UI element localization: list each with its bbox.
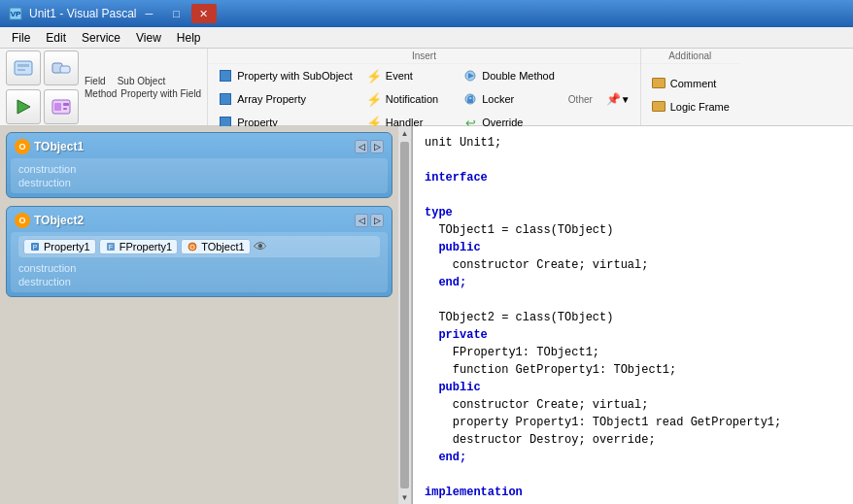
tobject1-block: O TObject1 ◁ ▷ construction destruction bbox=[6, 132, 392, 198]
close-button[interactable]: ✕ bbox=[191, 4, 217, 23]
svg-text:VP: VP bbox=[11, 10, 21, 18]
menu-bar: File Edit Service View Help bbox=[0, 27, 853, 49]
additional-section: Additional Comment Logic Frame bbox=[641, 49, 739, 125]
main-content: O TObject1 ◁ ▷ construction destruction … bbox=[0, 126, 853, 504]
tobject1-ref-chip[interactable]: O TObject1 bbox=[181, 239, 250, 254]
fproperty1-icon: F bbox=[105, 241, 117, 252]
tobject1-icon: O bbox=[15, 139, 30, 154]
property-subobject-icon bbox=[218, 68, 233, 84]
menu-view[interactable]: View bbox=[128, 29, 169, 47]
subobject-label: Sub Object bbox=[118, 76, 165, 86]
menu-service[interactable]: Service bbox=[74, 29, 128, 47]
additional-buttons: Comment Logic Frame bbox=[641, 64, 739, 125]
property-row: P Property1 F FProperty1 O bbox=[18, 236, 380, 257]
menu-edit[interactable]: Edit bbox=[38, 29, 74, 47]
field-button[interactable] bbox=[6, 50, 41, 85]
insert-buttons: Property with SubObject Array Property P… bbox=[208, 64, 640, 134]
code-area[interactable]: unit Unit1; interface type TObject1 = cl… bbox=[413, 126, 853, 504]
title-text: Unit1 - Visual Pascal bbox=[29, 7, 137, 20]
svg-rect-6 bbox=[60, 66, 70, 73]
property-with-field-button[interactable] bbox=[44, 89, 79, 124]
code-line-4 bbox=[425, 186, 841, 204]
code-line-20 bbox=[425, 466, 841, 484]
locker-icon bbox=[462, 91, 478, 107]
code-line-8: constructor Create; virtual; bbox=[425, 256, 841, 274]
notification-label: Notification bbox=[386, 93, 438, 105]
scroll-up[interactable]: ▲ bbox=[398, 126, 411, 140]
scroll-thumb[interactable] bbox=[400, 142, 409, 488]
code-line-18: destructor Destroy; override; bbox=[425, 431, 841, 449]
svg-rect-9 bbox=[54, 103, 61, 111]
method-button[interactable] bbox=[6, 89, 41, 124]
code-line-3: interface bbox=[425, 169, 841, 186]
property-subobject-btn[interactable]: Property with SubObject bbox=[214, 66, 357, 85]
insert-col-2: ⚡ Event ⚡ Notification ⚡ Handler bbox=[362, 66, 442, 132]
tobject2-btn1[interactable]: ◁ bbox=[355, 214, 368, 227]
tobject2-btn2[interactable]: ▷ bbox=[370, 214, 384, 227]
logic-frame-icon bbox=[651, 99, 666, 115]
notification-btn[interactable]: ⚡ Notification bbox=[362, 89, 442, 109]
tobject2-construction: construction bbox=[18, 261, 380, 275]
svg-rect-10 bbox=[63, 103, 69, 106]
tobject1-btn2[interactable]: ▷ bbox=[370, 140, 384, 153]
menu-file[interactable]: File bbox=[4, 29, 38, 47]
insert-label: Insert bbox=[208, 49, 640, 64]
tobject1-btn1[interactable]: ◁ bbox=[355, 140, 368, 153]
eye-icon[interactable]: 👁 bbox=[254, 239, 267, 254]
code-line-15: public bbox=[425, 379, 841, 396]
window-controls: ─ □ ✕ bbox=[137, 4, 217, 23]
code-line-5: type bbox=[425, 204, 841, 221]
tobject2-name: TObject2 bbox=[34, 214, 84, 227]
field-label: Field bbox=[85, 76, 106, 86]
svg-text:F: F bbox=[109, 244, 113, 251]
svg-rect-4 bbox=[17, 69, 25, 71]
property-subobject-label: Property with SubObject bbox=[237, 70, 353, 82]
property1-chip[interactable]: P Property1 bbox=[23, 239, 96, 254]
event-icon: ⚡ bbox=[366, 68, 382, 84]
title-bar: VP Unit1 - Visual Pascal ─ □ ✕ bbox=[0, 0, 853, 27]
comment-btn[interactable]: Comment bbox=[647, 74, 734, 93]
tobject2-header: O TObject2 ◁ ▷ bbox=[11, 211, 388, 230]
event-btn[interactable]: ⚡ Event bbox=[362, 66, 442, 85]
left-scrollbar[interactable]: ▲ ▼ bbox=[398, 126, 412, 504]
scroll-down[interactable]: ▼ bbox=[398, 490, 411, 504]
tobject2-controls: ◁ ▷ bbox=[355, 214, 384, 227]
svg-rect-11 bbox=[63, 108, 67, 110]
svg-rect-2 bbox=[15, 61, 32, 75]
subobject-button[interactable] bbox=[44, 50, 79, 85]
tobject1-destruction: destruction bbox=[18, 176, 380, 189]
tobject1-controls: ◁ ▷ bbox=[355, 140, 384, 153]
fproperty1-chip[interactable]: F FProperty1 bbox=[99, 239, 178, 254]
array-property-btn[interactable]: Array Property bbox=[214, 89, 357, 109]
dropdown-arrow[interactable]: ▼ bbox=[621, 94, 631, 105]
fproperty1-label: FProperty1 bbox=[119, 241, 172, 252]
menu-help[interactable]: Help bbox=[169, 29, 209, 47]
double-method-label: Double Method bbox=[482, 70, 555, 82]
maximize-button[interactable]: □ bbox=[164, 4, 189, 23]
app-icon: VP bbox=[8, 6, 23, 21]
svg-rect-15 bbox=[467, 99, 473, 103]
tobject1-ref-label: TObject1 bbox=[201, 241, 244, 252]
code-line-19: end; bbox=[425, 449, 841, 466]
svg-rect-3 bbox=[17, 64, 29, 67]
minimize-button[interactable]: ─ bbox=[137, 4, 162, 23]
tobject1-header: O TObject1 ◁ ▷ bbox=[11, 137, 388, 156]
logic-frame-label: Logic Frame bbox=[670, 101, 730, 113]
code-line-21: implementation bbox=[425, 484, 841, 501]
code-line-6: TObject1 = class(TObject) bbox=[425, 221, 841, 239]
property1-icon: P bbox=[29, 241, 41, 252]
locker-btn[interactable]: Locker bbox=[459, 89, 559, 109]
tobject1-ref-icon: O bbox=[187, 241, 198, 252]
tobject2-body: P Property1 F FProperty1 O bbox=[11, 232, 388, 292]
method-label: Method bbox=[85, 88, 117, 99]
code-line-11: TObject2 = class(TObject) bbox=[425, 309, 841, 326]
event-label: Event bbox=[386, 70, 413, 82]
code-line-1: unit Unit1; bbox=[425, 134, 841, 151]
svg-text:P: P bbox=[33, 244, 38, 251]
double-method-btn[interactable]: Double Method bbox=[459, 66, 559, 85]
svg-marker-7 bbox=[17, 100, 30, 114]
other-label: Other bbox=[568, 94, 593, 105]
logic-frame-btn[interactable]: Logic Frame bbox=[647, 97, 734, 117]
tobject2-destruction: destruction bbox=[18, 275, 380, 288]
comment-label: Comment bbox=[670, 78, 717, 89]
